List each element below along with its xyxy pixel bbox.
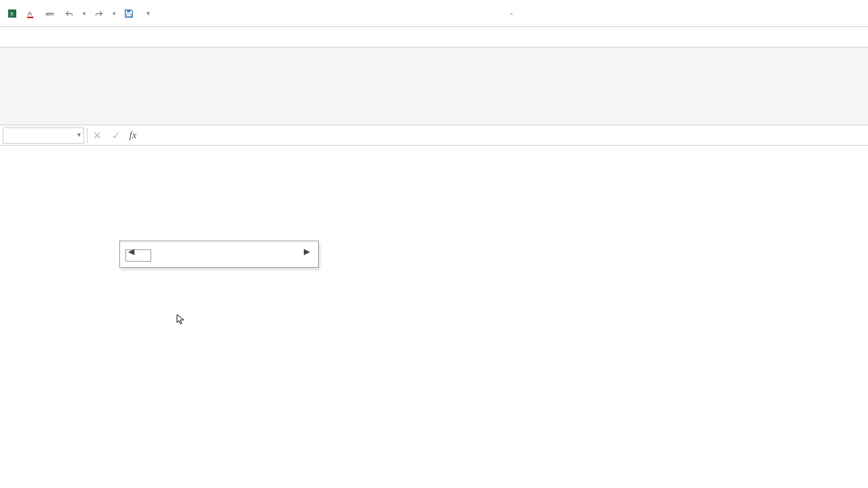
ribbon [0,47,868,125]
excel-icon: X [4,5,20,22]
svg-text:X: X [10,11,14,17]
strikethrough-icon[interactable]: abc [42,5,58,22]
fx-icon[interactable]: fx [125,127,144,144]
next-month-button[interactable]: ▶ [304,247,310,256]
chevron-down-icon[interactable]: ▾ [77,131,81,138]
svg-rect-7 [127,10,130,12]
redo-button[interactable] [91,5,107,22]
customize-qat-icon[interactable]: ▾ [140,5,156,22]
undo-button[interactable] [61,5,77,22]
date-picker-popup[interactable]: ◀ ▶ [119,241,319,268]
svg-rect-6 [127,14,132,16]
cursor-icon [176,314,185,327]
ribbon-tabs [0,27,868,47]
name-box[interactable]: ▾ [3,127,84,144]
window-title: - [159,7,864,19]
chevron-down-icon[interactable]: ▾ [110,5,118,22]
enter-icon[interactable]: ✓ [106,127,125,144]
font-color-icon[interactable]: A [23,5,39,22]
formula-bar: ▾ ✕ ✓ fx [0,125,868,146]
prev-month-button[interactable]: ◀ [128,247,134,256]
chevron-down-icon[interactable]: ▾ [80,5,88,22]
cancel-icon[interactable]: ✕ [87,127,106,144]
quick-access-toolbar: X A abc ▾ ▾ ▾ - [0,0,868,27]
formula-input[interactable] [144,127,868,144]
svg-text:A: A [28,9,33,16]
save-button[interactable] [121,5,137,22]
svg-rect-3 [27,16,33,18]
